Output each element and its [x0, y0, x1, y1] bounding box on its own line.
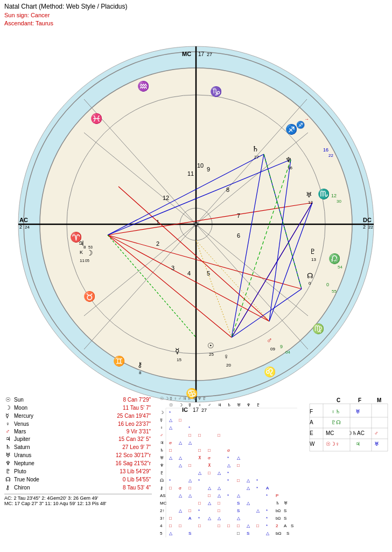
svg-text:△: △: [247, 486, 250, 491]
svg-text:♂: ♂: [267, 336, 272, 344]
svg-text:□: □: [169, 486, 172, 491]
svg-text:σ: σ: [208, 456, 211, 460]
svg-text:bΩ: bΩ: [276, 516, 281, 520]
svg-text:△: △: [247, 523, 250, 528]
svg-text:AC: AC: [19, 217, 28, 223]
planet-name: Sun: [13, 396, 72, 404]
svg-text:22: 22: [368, 225, 373, 230]
planet-symbol: ☽: [4, 404, 13, 412]
svg-text:*: *: [227, 456, 229, 460]
svg-text:□: □: [169, 523, 172, 528]
svg-text:□: □: [169, 448, 172, 453]
svg-text:A: A: [188, 516, 192, 521]
svg-text:△: △: [237, 456, 241, 460]
svg-text:□: □: [256, 523, 259, 528]
planet-name: Chiron: [13, 484, 72, 492]
svg-text:DC: DC: [363, 217, 372, 223]
right-classification-table: C F M F ♀♄ ♅ A ♇☊ E MC ☽♄AC ♂ W ☉☽♀ ♃ ♅: [306, 394, 392, 552]
svg-text:♆: ♆: [160, 463, 164, 468]
svg-text:16: 16: [323, 147, 328, 153]
planet-symbol: ♄: [4, 443, 13, 451]
sun-sign-label: Sun sign: Cancer: [4, 11, 388, 19]
svg-text:♅: ♅: [306, 191, 312, 199]
planet-symbol: ☊: [4, 475, 13, 484]
svg-text:S: S: [286, 531, 289, 536]
svg-text:*: *: [256, 478, 258, 483]
svg-text:*: *: [198, 508, 200, 513]
planet-row: ⚷ Chiron 8 Tau 53' 4": [4, 484, 152, 492]
planet-position: 12 Sco 30'17"r: [72, 451, 152, 459]
svg-text:3↑: 3↑: [160, 516, 164, 521]
svg-text:K: K: [80, 250, 83, 255]
svg-text:♄: ♄: [160, 448, 164, 453]
svg-text:♀: ♀: [198, 403, 201, 408]
svg-text:0: 0: [326, 282, 329, 287]
svg-text:♅: ♅: [284, 501, 288, 506]
planet-name: True Node: [13, 475, 72, 484]
svg-text:♅: ♅: [374, 441, 379, 447]
svg-text:*: *: [198, 516, 200, 521]
svg-text:13: 13: [332, 258, 338, 263]
svg-text:*: *: [227, 478, 229, 483]
svg-text:♄: ♄: [276, 501, 279, 506]
svg-text:A: A: [284, 523, 287, 528]
svg-text:⚷: ⚷: [137, 361, 143, 369]
svg-text:□: □: [179, 418, 181, 423]
planet-symbol: ⚷: [4, 484, 13, 492]
svg-text:*: *: [188, 425, 190, 430]
planet-symbol: ♅: [4, 451, 13, 459]
planet-name: Mars: [13, 427, 72, 435]
svg-text:AS: AS: [160, 493, 166, 498]
svg-text:☿: ☿: [160, 418, 163, 423]
svg-text:8: 8: [139, 370, 142, 375]
svg-text:2: 2: [276, 523, 278, 528]
svg-text:*: *: [266, 493, 268, 498]
planet-row: ☊ True Node 0 Lib 54'55": [4, 475, 152, 484]
svg-text:□: □: [198, 501, 201, 506]
svg-text:*: *: [266, 508, 268, 513]
svg-text:17: 17: [198, 51, 205, 57]
planet-row: ♄ Saturn 27 Leo 9' 7": [4, 443, 152, 451]
svg-text:4: 4: [160, 523, 163, 528]
svg-text:MC: MC: [326, 430, 334, 436]
svg-text:σ: σ: [169, 440, 172, 445]
planet-name: Pluto: [13, 467, 72, 475]
svg-text:□: □: [198, 523, 201, 528]
svg-text:6: 6: [237, 232, 240, 239]
svg-text:♉: ♉: [83, 291, 96, 302]
svg-text:2: 2: [363, 224, 366, 230]
svg-text:♊: ♊: [113, 355, 125, 367]
svg-text:♄: ♄: [227, 403, 231, 408]
svg-text:♒: ♒: [137, 80, 150, 92]
svg-text:9: 9: [280, 344, 283, 349]
svg-text:7: 7: [237, 212, 240, 219]
svg-text:☉: ☉: [207, 341, 214, 350]
svg-text:□: □: [218, 523, 220, 528]
svg-text:MC: MC: [182, 51, 191, 57]
planet-row: ♃ Jupiter 15 Can 32' 5": [4, 435, 152, 443]
svg-text:25: 25: [209, 352, 214, 357]
svg-text:04: 04: [285, 350, 290, 355]
svg-text:☽: ☽: [86, 249, 93, 257]
svg-text:□: □: [237, 463, 240, 468]
planet-position: 0 Lib 54'55": [72, 475, 152, 484]
planet-name: Uranus: [13, 451, 72, 459]
svg-text:♇: ♇: [256, 403, 260, 408]
svg-text:△: △: [169, 531, 173, 536]
planet-name: Mercury: [13, 412, 72, 420]
svg-text:♇☊: ♇☊: [331, 419, 341, 425]
svg-text:☉☽♀: ☉☽♀: [326, 441, 340, 447]
svg-text:bΩ: bΩ: [276, 531, 281, 536]
svg-text:S: S: [291, 523, 293, 528]
planet-row: ♆ Neptune 16 Sag 21'52"r: [4, 459, 152, 467]
svg-text:♆: ♆: [247, 403, 250, 408]
svg-text:1: 1: [156, 219, 159, 225]
footer-ac: AC: 2 Tau 23'45" 2: 4Gem20' 3: 26 Gem 49…: [4, 494, 152, 501]
planet-name: Venus: [13, 420, 72, 427]
svg-text:*: *: [169, 410, 171, 415]
svg-text:△: △: [218, 471, 221, 475]
aspect-matrix: ☉ ☽ ☿ ♀ ♂ ♃ ♄ ♅ ♆ ♇ ☉ ☽ ☿ ♀ ♂ ♃ ♄ ♅ ♆ ♇ …: [156, 394, 306, 552]
svg-text:S: S: [237, 501, 240, 506]
svg-text:*: *: [169, 478, 171, 483]
svg-text:☊: ☊: [160, 478, 164, 483]
